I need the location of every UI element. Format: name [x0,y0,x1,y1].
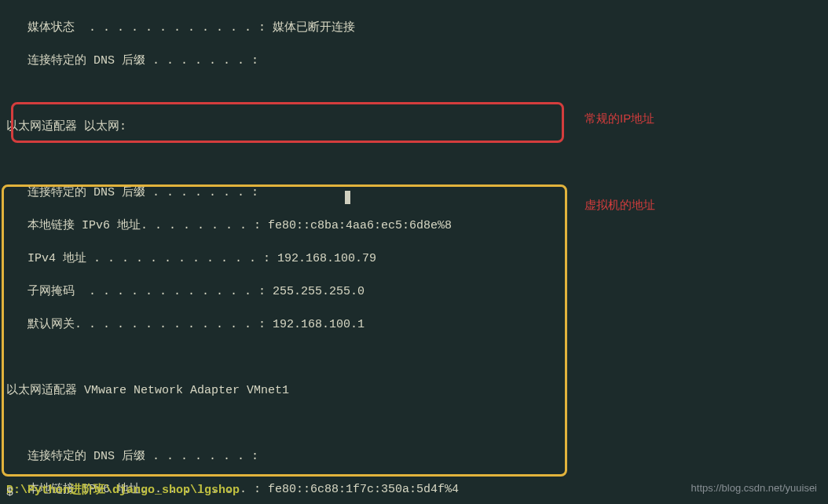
blank-line [6,152,822,168]
output-line: 子网掩码 . . . . . . . . . . . . : 255.255.2… [6,283,822,300]
output-line: 媒体状态 . . . . . . . . . . . . : 媒体已断开连接 [6,20,822,36]
output-line: 连接特定的 DNS 后缀 . . . . . . . : [6,184,822,201]
blank-line [6,415,822,432]
output-line: 本地链接 IPv6 地址. . . . . . . . : fe80::c8ba… [6,217,822,234]
blank-line [6,349,822,366]
output-line: 默认网关. . . . . . . . . . . . . : 192.168.… [6,316,822,333]
blank-line [6,86,822,102]
watermark: https://blog.csdn.net/yuuisei [691,480,817,496]
annotation-vm-address: 虚拟机的地址 [584,196,655,213]
annotation-regular-ip: 常规的IP地址 [584,110,654,126]
adapter-title: 以太网适配器 VMware Network Adapter VMnet1 [6,382,822,399]
output-line: 连接特定的 DNS 后缀 . . . . . . . : [6,448,822,465]
text-cursor [345,191,350,204]
adapter-title: 以太网适配器 以太网: [6,119,822,135]
prompt-path: D:\Python进阶班\django_shop\lgshop [6,482,240,499]
terminal-output[interactable]: 媒体状态 . . . . . . . . . . . . : 媒体已断开连接 连… [0,0,828,504]
output-line: 连接特定的 DNS 后缀 . . . . . . . : [6,53,822,69]
output-line: IPv4 地址 . . . . . . . . . . . . : 192.16… [6,250,822,267]
prompt-symbol[interactable]: $ [6,484,13,501]
